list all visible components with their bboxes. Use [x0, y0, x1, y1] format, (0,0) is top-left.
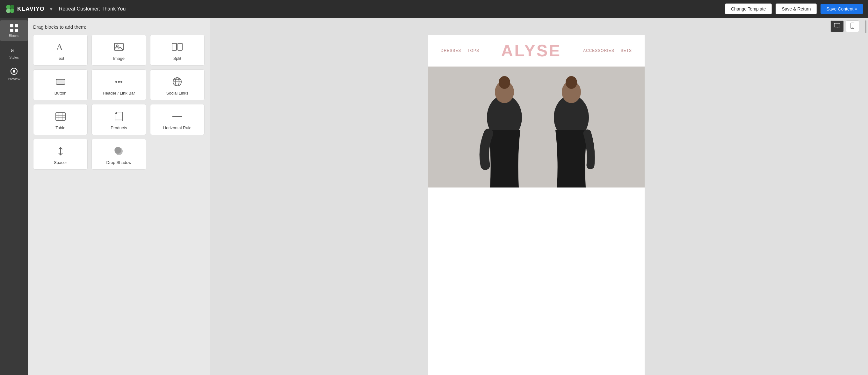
block-drop-shadow-label: Drop Shadow — [106, 160, 132, 165]
blocks-grid: A Text Image Split — [33, 35, 205, 170]
svg-rect-7 — [15, 29, 18, 32]
split-block-icon — [172, 41, 183, 53]
svg-text:a: a — [11, 46, 14, 54]
sidebar-styles-label: Styles — [9, 56, 19, 59]
svg-rect-5 — [15, 24, 18, 27]
svg-point-34 — [115, 147, 121, 154]
right-edge-panel — [863, 18, 868, 375]
svg-point-3 — [10, 9, 14, 13]
header-link-bar-icon — [113, 76, 125, 88]
right-panel-handle[interactable] — [865, 21, 866, 33]
block-text-label: Text — [57, 56, 64, 61]
desktop-icon — [834, 23, 840, 29]
email-hero — [428, 67, 645, 188]
svg-point-2 — [6, 9, 10, 13]
klaviyo-logo: KLAVIYO — [5, 4, 44, 14]
svg-point-43 — [499, 76, 510, 89]
svg-rect-15 — [178, 43, 182, 50]
brand-name: KLAVIYO — [17, 6, 44, 12]
change-template-button[interactable]: Change Template — [725, 3, 772, 14]
svg-rect-14 — [172, 43, 177, 50]
svg-rect-35 — [834, 23, 840, 27]
block-social-links[interactable]: Social Links — [150, 69, 205, 100]
block-table[interactable]: Table — [33, 104, 88, 135]
block-products-label: Products — [111, 126, 127, 130]
block-horizontal-rule-label: Horizontal Rule — [163, 126, 191, 130]
svg-point-46 — [566, 76, 577, 89]
block-button-label: Button — [55, 91, 67, 96]
social-links-icon — [172, 76, 183, 88]
svg-rect-6 — [10, 29, 13, 32]
email-nav-accessories: Accessories — [583, 48, 614, 53]
email-nav-sets: Sets — [621, 48, 632, 53]
svg-rect-4 — [10, 24, 13, 27]
styles-icon: a — [9, 45, 19, 54]
block-image-label: Image — [113, 56, 125, 61]
email-header: Dresses Tops ALYSE Accessories Sets — [428, 35, 645, 67]
svg-rect-25 — [56, 113, 65, 120]
products-block-icon — [113, 111, 125, 122]
mobile-view-button[interactable] — [846, 21, 859, 32]
svg-point-18 — [118, 81, 120, 83]
svg-point-10 — [13, 70, 15, 73]
nav-dropdown-button[interactable]: ▾ — [49, 4, 54, 14]
sidebar-blocks-label: Blocks — [9, 34, 19, 38]
blocks-panel-title: Drag blocks to add them: — [33, 24, 205, 30]
block-image[interactable]: Image — [91, 35, 146, 66]
blocks-panel: Drag blocks to add them: A Text Image — [28, 18, 210, 375]
block-drop-shadow[interactable]: Drop Shadow — [91, 139, 146, 170]
svg-point-39 — [852, 28, 853, 28]
spacer-block-icon — [55, 145, 66, 157]
email-preview: Dresses Tops ALYSE Accessories Sets — [428, 35, 645, 375]
block-spacer-label: Spacer — [54, 160, 67, 165]
page-title: Repeat Customer: Thank You — [59, 6, 126, 12]
save-content-button[interactable]: Save Content » — [820, 4, 863, 14]
drop-shadow-icon — [113, 145, 125, 157]
preview-content: Dresses Tops ALYSE Accessories Sets — [210, 35, 863, 375]
block-products[interactable]: Products — [91, 104, 146, 135]
block-header-link-bar[interactable]: Header / Link Bar — [91, 69, 146, 100]
sidebar-preview-label: Preview — [8, 77, 20, 81]
main-layout: Blocks a Styles Preview Drag blocks to a… — [0, 18, 868, 375]
horizontal-rule-icon — [172, 111, 183, 122]
block-split-label: Split — [173, 56, 181, 61]
desktop-view-button[interactable] — [830, 21, 844, 32]
hero-photo-svg — [428, 67, 645, 188]
svg-point-1 — [10, 5, 14, 9]
icon-sidebar: Blocks a Styles Preview — [0, 18, 28, 375]
block-header-link-bar-label: Header / Link Bar — [103, 91, 135, 96]
sidebar-item-preview[interactable]: Preview — [0, 64, 28, 84]
block-text[interactable]: A Text — [33, 35, 88, 66]
block-table-label: Table — [56, 126, 65, 130]
klaviyo-logo-icon — [5, 4, 15, 14]
preview-area: Dresses Tops ALYSE Accessories Sets — [210, 18, 863, 375]
svg-point-17 — [115, 81, 117, 83]
block-split[interactable]: Split — [150, 35, 205, 66]
text-block-icon: A — [55, 41, 66, 53]
save-return-button[interactable]: Save & Return — [776, 3, 817, 14]
table-block-icon — [55, 111, 66, 122]
block-horizontal-rule[interactable]: Horizontal Rule — [150, 104, 205, 135]
email-nav-links-left: Dresses Tops — [441, 48, 479, 53]
email-hero-image — [428, 67, 645, 188]
svg-rect-40 — [428, 67, 645, 188]
svg-point-19 — [120, 81, 122, 83]
email-nav-tops: Tops — [467, 48, 479, 53]
block-social-links-label: Social Links — [166, 91, 188, 96]
svg-point-0 — [6, 5, 10, 9]
sidebar-item-blocks[interactable]: Blocks — [0, 21, 28, 41]
blocks-icon — [9, 24, 19, 32]
image-block-icon — [113, 41, 125, 53]
svg-text:A: A — [56, 42, 63, 52]
block-spacer[interactable]: Spacer — [33, 139, 88, 170]
svg-rect-16 — [56, 79, 65, 84]
email-logo: ALYSE — [501, 41, 561, 60]
mobile-icon — [849, 23, 856, 29]
email-nav-dresses: Dresses — [441, 48, 461, 53]
sidebar-item-styles[interactable]: a Styles — [0, 42, 28, 62]
button-block-icon — [55, 76, 66, 88]
block-button[interactable]: Button — [33, 69, 88, 100]
topnav: KLAVIYO ▾ Repeat Customer: Thank You Cha… — [0, 0, 868, 18]
preview-toolbar — [210, 18, 863, 35]
email-nav-links-right: Accessories Sets — [583, 48, 632, 53]
